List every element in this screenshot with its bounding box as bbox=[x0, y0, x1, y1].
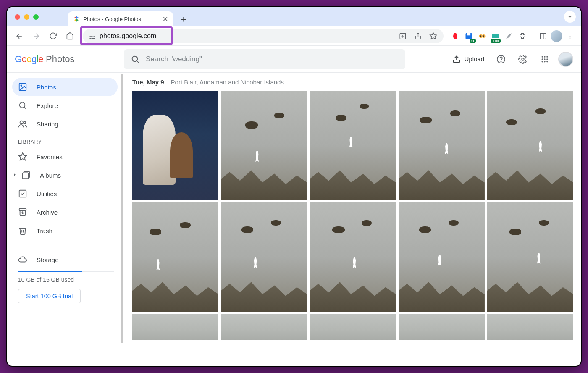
address-bar[interactable]: photos.google.com bbox=[83, 29, 444, 43]
svg-point-45 bbox=[20, 121, 23, 124]
extension-eyes-icon[interactable] bbox=[476, 30, 488, 42]
bookmark-star-icon[interactable] bbox=[427, 30, 439, 42]
site-info[interactable]: photos.google.com bbox=[89, 32, 156, 40]
svg-point-24 bbox=[570, 35, 571, 37]
svg-point-43 bbox=[20, 102, 25, 108]
tabs-dropdown-button[interactable] bbox=[564, 11, 576, 23]
svg-point-26 bbox=[132, 56, 138, 61]
svg-point-46 bbox=[24, 122, 26, 124]
reload-button[interactable] bbox=[46, 29, 60, 43]
profile-avatar[interactable] bbox=[551, 30, 562, 42]
sidebar-item-label: Favorites bbox=[37, 153, 63, 160]
forward-button[interactable] bbox=[29, 29, 43, 43]
svg-rect-20 bbox=[492, 34, 499, 38]
photo-thumbnail[interactable] bbox=[487, 202, 573, 312]
separator bbox=[533, 32, 533, 40]
sidebar-item-albums[interactable]: Albums bbox=[12, 166, 118, 184]
photo-thumbnail[interactable] bbox=[310, 314, 396, 340]
side-panel-icon[interactable] bbox=[537, 30, 549, 42]
browser-menu-icon[interactable] bbox=[564, 30, 576, 42]
svg-point-13 bbox=[453, 33, 457, 39]
site-settings-icon bbox=[89, 32, 96, 40]
sidebar-item-utilities[interactable]: Utilities bbox=[12, 184, 118, 203]
photo-thumbnail[interactable] bbox=[487, 314, 573, 340]
extensions-button[interactable] bbox=[517, 30, 528, 42]
tab-title: Photos - Google Photos bbox=[83, 16, 159, 22]
extensions-area: 9+ 1.00 bbox=[449, 30, 576, 42]
search-input[interactable] bbox=[146, 55, 399, 63]
upload-icon bbox=[452, 55, 461, 63]
photo-row bbox=[132, 314, 573, 340]
sidebar-item-photos[interactable]: Photos bbox=[12, 78, 118, 96]
photo-thumbnail[interactable] bbox=[399, 91, 485, 200]
cloud-icon bbox=[18, 255, 27, 264]
svg-point-34 bbox=[546, 56, 548, 57]
help-button[interactable] bbox=[493, 51, 509, 68]
sidebar-item-label: Trash bbox=[37, 227, 52, 234]
settings-button[interactable] bbox=[514, 51, 531, 68]
sidebar-scrollbar[interactable] bbox=[121, 73, 124, 366]
new-tab-button[interactable]: ＋ bbox=[177, 13, 190, 25]
photo-thumbnail[interactable] bbox=[221, 202, 307, 312]
photo-thumbnail[interactable] bbox=[487, 91, 573, 200]
sidebar-item-label: Albums bbox=[40, 172, 61, 179]
apps-grid-button[interactable] bbox=[536, 51, 553, 68]
url-text: photos.google.com bbox=[100, 32, 156, 40]
window-controls bbox=[15, 14, 39, 20]
browser-window: Photos - Google Photos ✕ ＋ bbox=[6, 6, 582, 367]
omnibox-actions bbox=[396, 30, 442, 42]
photo-thumbnail[interactable] bbox=[310, 91, 396, 200]
header-actions: Upload bbox=[449, 51, 573, 68]
extension-save-icon[interactable]: 9+ bbox=[463, 30, 475, 42]
photo-thumbnail[interactable] bbox=[132, 202, 218, 312]
extension-rate-icon[interactable]: 1.00 bbox=[490, 30, 501, 42]
close-tab-button[interactable]: ✕ bbox=[163, 15, 168, 23]
sidebar-item-favorites[interactable]: Favorites bbox=[12, 147, 118, 166]
start-trial-button[interactable]: Start 100 GB trial bbox=[18, 289, 81, 303]
sidebar-item-trash[interactable]: Trash bbox=[12, 221, 118, 240]
date-heading[interactable]: Tue, May 9 Port Blair, Andaman and Nicob… bbox=[132, 79, 573, 86]
browser-tab[interactable]: Photos - Google Photos ✕ bbox=[68, 11, 173, 26]
photo-thumbnail[interactable] bbox=[399, 314, 485, 340]
svg-point-18 bbox=[480, 35, 481, 37]
svg-rect-7 bbox=[92, 38, 95, 39]
extension-quill-icon[interactable] bbox=[503, 30, 515, 42]
fullscreen-window-button[interactable] bbox=[33, 14, 39, 20]
photo-thumbnail[interactable] bbox=[132, 91, 218, 200]
extension-opera-icon[interactable] bbox=[449, 30, 461, 42]
sidebar-item-sharing[interactable]: Sharing bbox=[12, 115, 118, 133]
svg-rect-51 bbox=[19, 209, 26, 211]
svg-rect-49 bbox=[23, 173, 29, 179]
svg-point-42 bbox=[21, 85, 22, 86]
upload-button[interactable]: Upload bbox=[449, 53, 488, 66]
sidebar-item-storage[interactable]: Storage bbox=[18, 250, 114, 269]
sidebar-item-explore[interactable]: Explore bbox=[12, 96, 118, 115]
photo-thumbnail[interactable] bbox=[310, 202, 396, 312]
photo-thumbnail[interactable] bbox=[221, 91, 307, 200]
svg-point-19 bbox=[483, 35, 484, 37]
brand-logo[interactable]: Google Photos bbox=[15, 54, 116, 65]
content: Photos Explore Sharing LIBRARY Favorites bbox=[7, 73, 581, 366]
close-window-button[interactable] bbox=[15, 14, 20, 20]
photo-row bbox=[132, 91, 573, 200]
utilities-icon bbox=[18, 189, 27, 198]
people-icon bbox=[18, 119, 27, 129]
search-box[interactable] bbox=[124, 49, 405, 69]
extension-badge: 9+ bbox=[470, 39, 476, 43]
home-button[interactable] bbox=[63, 29, 77, 43]
svg-rect-15 bbox=[467, 33, 470, 35]
account-avatar[interactable] bbox=[558, 52, 573, 67]
star-icon bbox=[18, 152, 27, 161]
back-button[interactable] bbox=[12, 29, 26, 43]
minimize-window-button[interactable] bbox=[24, 14, 29, 20]
photo-thumbnail[interactable] bbox=[132, 314, 218, 340]
share-icon[interactable] bbox=[412, 30, 424, 42]
photo-thumbnail[interactable] bbox=[221, 314, 307, 340]
svg-marker-48 bbox=[14, 173, 16, 176]
install-app-icon[interactable] bbox=[396, 30, 409, 42]
brand-product: Photos bbox=[46, 54, 75, 65]
sidebar-item-archive[interactable]: Archive bbox=[12, 203, 118, 221]
sidebar-item-label: Archive bbox=[37, 209, 58, 216]
photo-thumbnail[interactable] bbox=[399, 202, 485, 312]
location-label: Port Blair, Andaman and Nicobar Islands bbox=[171, 79, 284, 86]
